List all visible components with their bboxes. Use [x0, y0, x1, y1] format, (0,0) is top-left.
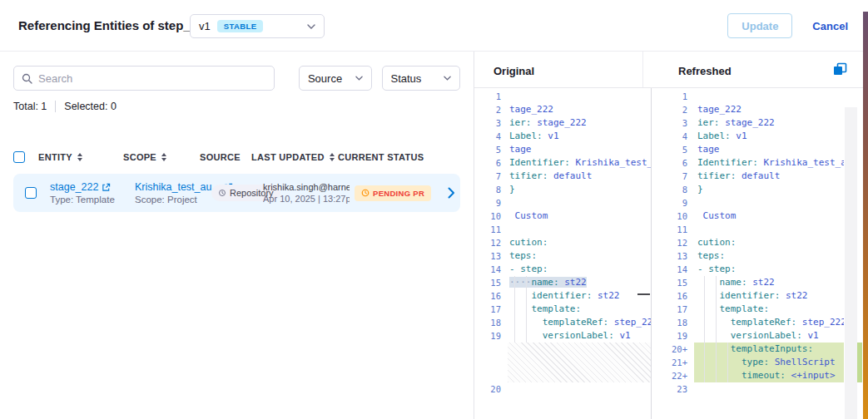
column-header-current-status: CURRENT STATUS: [338, 152, 424, 162]
updated-at: Apr 10, 2025 | 13:27pm: [263, 194, 350, 204]
code-line: 20: [474, 382, 652, 396]
sort-icon[interactable]: [77, 153, 82, 161]
repository-icon: [218, 189, 226, 197]
code-line: 5tage: [474, 143, 652, 156]
divider: [642, 52, 643, 87]
entity-name-link[interactable]: stage_222: [50, 181, 98, 193]
total-count: Total: 1: [13, 101, 47, 112]
entity-type: Type: Template: [50, 195, 135, 205]
selected-count: Selected: 0: [64, 101, 117, 112]
code-line: 11: [474, 223, 652, 236]
code-line: 6Identifier: Krishika_test_aut: [474, 156, 652, 170]
refreshed-code: 12tage_2223ier: stage_2224Label: v15tage…: [652, 90, 844, 396]
code-line: 17 template:: [652, 303, 844, 316]
code-line: 7tifier: default: [474, 170, 652, 183]
scope-name-link[interactable]: Krishika_test_au...: [135, 181, 221, 193]
sort-icon[interactable]: [161, 153, 166, 161]
copy-icon[interactable]: [832, 62, 847, 77]
entities-panel: Source Status Total: 1 Selected: 0: [0, 52, 474, 419]
selection-summary: Total: 1 Selected: 0: [13, 101, 460, 112]
code-line: 10 Custom: [652, 210, 844, 223]
code-line: 18 templateRef: step_222: [474, 316, 652, 329]
code-line: 4Label: v1: [474, 130, 652, 143]
original-pane-title: Original: [494, 65, 534, 77]
code-line: 2tage_222: [474, 103, 652, 116]
version-select[interactable]: v1 STABLE: [190, 14, 325, 38]
code-line: 7tifier: default: [652, 170, 844, 183]
indent-guide: [716, 343, 717, 382]
code-line: 9: [474, 196, 652, 210]
page-title: Referencing Entities of step_222: [18, 18, 211, 32]
code-line: 6Identifier: Krishika_test_aut: [652, 156, 844, 170]
code-line: 8}: [652, 183, 844, 196]
code-line: 14- step:: [474, 263, 652, 276]
status-badge-label: PENDING PR: [373, 189, 424, 198]
code-line: 10 Custom: [474, 210, 652, 223]
table-header: ENTITY SCOPE SOURCE LAST UPDATED CURRENT…: [13, 150, 460, 164]
code-line: 3ier: stage_222: [652, 116, 844, 130]
code-line: 1: [474, 90, 652, 103]
external-link-icon[interactable]: [102, 183, 111, 192]
code-line: 20+ templateInputs:: [652, 343, 844, 356]
chevron-down-icon: [307, 24, 315, 29]
clock-icon: [361, 189, 370, 197]
code-line: 16 identifier: st22: [652, 289, 844, 303]
scope-detail: Scope: Project: [135, 195, 211, 205]
code-line: 19 versionLabel: v1: [474, 329, 652, 343]
code-line: 12cution:: [652, 236, 844, 249]
code-line: 13teps:: [652, 249, 844, 263]
code-line: 21+ type: ShellScript: [652, 356, 844, 369]
code-line: 18 templateRef: step_222: [652, 316, 844, 329]
refreshed-pane[interactable]: 12tage_2223ier: stage_2224Label: v15tage…: [652, 88, 862, 419]
scrollbar[interactable]: [845, 107, 857, 419]
diff-added-ruler-mark: [857, 343, 862, 382]
indent-guide: [514, 276, 515, 343]
code-line: 5tage: [652, 143, 844, 156]
status-badge: PENDING PR: [355, 185, 431, 201]
diff-sash-handle[interactable]: [637, 293, 650, 295]
code-line: 15····name: st22: [474, 276, 652, 289]
code-line: 3ier: stage_222: [474, 116, 652, 130]
code-line: 2tage_222: [652, 103, 844, 116]
diff-editors: 12tage_2223ier: stage_2224Label: v15tage…: [474, 87, 868, 419]
filter-bar: Source Status: [13, 66, 460, 91]
edge-gradient-strip: [863, 12, 868, 419]
column-header-entity[interactable]: ENTITY: [38, 152, 123, 162]
search-input[interactable]: [38, 72, 266, 85]
search-box[interactable]: [13, 66, 275, 91]
source-filter-label: Source: [308, 72, 342, 85]
code-line: 16 identifier: st22: [474, 289, 652, 303]
code-line: 8}: [474, 183, 652, 196]
diff-hatch-placeholder: [508, 343, 652, 382]
stable-badge: STABLE: [217, 20, 264, 32]
code-line: 12cution:: [474, 236, 652, 249]
diff-headers: Original Refreshed: [474, 52, 868, 87]
code-line: 17 template:: [474, 303, 652, 316]
updated-by: krishika.singh@harnes...: [263, 182, 350, 192]
code-line: 15 name: st22: [652, 276, 844, 289]
code-line: 23: [652, 382, 844, 396]
row-checkbox[interactable]: [25, 187, 37, 199]
table-row[interactable]: stage_222 Type: Template Krishika_test_a…: [13, 174, 460, 212]
select-all-checkbox[interactable]: [13, 151, 25, 163]
dialog-header: Referencing Entities of step_222 v1 STAB…: [0, 0, 868, 52]
indent-guide: [704, 343, 705, 382]
chevron-down-icon: [444, 76, 451, 81]
diff-panel: Original Refreshed 12tage_2223ier: stage…: [474, 52, 868, 419]
source-filter-dropdown[interactable]: Source: [299, 66, 372, 91]
cancel-button[interactable]: Cancel: [812, 20, 848, 32]
column-header-last-updated[interactable]: LAST UPDATED: [251, 152, 338, 162]
column-header-scope[interactable]: SCOPE: [123, 152, 200, 162]
divider: [55, 101, 56, 112]
sort-icon[interactable]: [330, 153, 335, 161]
update-button[interactable]: Update: [727, 13, 792, 38]
code-line: 13teps:: [474, 249, 652, 263]
code-line: 9: [652, 196, 844, 210]
original-pane[interactable]: 12tage_2223ier: stage_2224Label: v15tage…: [474, 88, 652, 419]
referencing-entities-dialog: Referencing Entities of step_222 v1 STAB…: [0, 0, 868, 419]
indent-guide: [704, 276, 705, 343]
status-filter-dropdown[interactable]: Status: [382, 66, 461, 91]
code-line: 11: [652, 223, 844, 236]
indent-guide: [526, 276, 527, 343]
chevron-right-icon[interactable]: [448, 187, 455, 199]
